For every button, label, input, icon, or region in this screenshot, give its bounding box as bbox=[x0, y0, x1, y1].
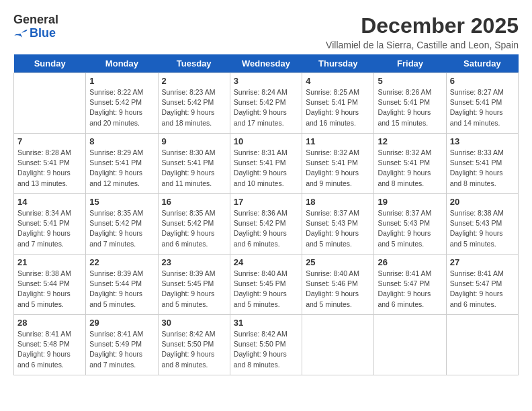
calendar-cell: 6Sunrise: 8:27 AM Sunset: 5:41 PM Daylig… bbox=[446, 73, 518, 134]
date-number: 10 bbox=[234, 136, 298, 146]
date-number: 13 bbox=[450, 136, 515, 146]
cell-info: Sunrise: 8:37 AM Sunset: 5:43 PM Dayligh… bbox=[378, 208, 442, 249]
page-header: General Blue December 2025 Villamiel de … bbox=[13, 13, 519, 50]
calendar-cell: 7Sunrise: 8:28 AM Sunset: 5:41 PM Daylig… bbox=[14, 134, 86, 194]
calendar-cell: 28Sunrise: 8:41 AM Sunset: 5:48 PM Dayli… bbox=[14, 315, 86, 375]
cell-info: Sunrise: 8:39 AM Sunset: 5:44 PM Dayligh… bbox=[89, 269, 154, 310]
cell-info: Sunrise: 8:41 AM Sunset: 5:49 PM Dayligh… bbox=[89, 329, 154, 370]
calendar-cell: 8Sunrise: 8:29 AM Sunset: 5:41 PM Daylig… bbox=[86, 134, 158, 194]
cell-info: Sunrise: 8:40 AM Sunset: 5:45 PM Dayligh… bbox=[234, 269, 298, 310]
cell-info: Sunrise: 8:32 AM Sunset: 5:41 PM Dayligh… bbox=[378, 148, 442, 189]
date-number: 12 bbox=[378, 136, 442, 146]
date-number: 30 bbox=[162, 318, 226, 328]
calendar-cell: 4Sunrise: 8:25 AM Sunset: 5:41 PM Daylig… bbox=[302, 73, 374, 134]
calendar-table: SundayMondayTuesdayWednesdayThursdayFrid… bbox=[13, 54, 519, 375]
calendar-cell: 24Sunrise: 8:40 AM Sunset: 5:45 PM Dayli… bbox=[230, 255, 302, 315]
calendar-cell: 10Sunrise: 8:31 AM Sunset: 5:41 PM Dayli… bbox=[230, 134, 302, 194]
week-row-3: 14Sunrise: 8:34 AM Sunset: 5:41 PM Dayli… bbox=[14, 194, 519, 255]
date-number: 14 bbox=[17, 197, 82, 207]
cell-info: Sunrise: 8:29 AM Sunset: 5:41 PM Dayligh… bbox=[89, 148, 154, 189]
date-number: 6 bbox=[450, 76, 515, 86]
date-number: 1 bbox=[89, 76, 154, 86]
cell-info: Sunrise: 8:42 AM Sunset: 5:50 PM Dayligh… bbox=[234, 329, 298, 370]
calendar-cell: 12Sunrise: 8:32 AM Sunset: 5:41 PM Dayli… bbox=[374, 134, 446, 194]
day-header-monday: Monday bbox=[86, 54, 158, 73]
date-number: 26 bbox=[378, 257, 442, 267]
calendar-cell: 26Sunrise: 8:41 AM Sunset: 5:47 PM Dayli… bbox=[374, 255, 446, 315]
calendar-cell bbox=[14, 73, 86, 134]
cell-info: Sunrise: 8:33 AM Sunset: 5:41 PM Dayligh… bbox=[450, 148, 515, 189]
date-number: 15 bbox=[89, 197, 154, 207]
calendar-cell: 11Sunrise: 8:32 AM Sunset: 5:41 PM Dayli… bbox=[302, 134, 374, 194]
date-number: 7 bbox=[17, 136, 82, 146]
cell-info: Sunrise: 8:40 AM Sunset: 5:46 PM Dayligh… bbox=[306, 269, 370, 310]
calendar-cell: 18Sunrise: 8:37 AM Sunset: 5:43 PM Dayli… bbox=[302, 194, 374, 255]
date-number: 21 bbox=[17, 257, 82, 267]
calendar-cell: 15Sunrise: 8:35 AM Sunset: 5:42 PM Dayli… bbox=[86, 194, 158, 255]
date-number: 22 bbox=[89, 257, 154, 267]
cell-info: Sunrise: 8:36 AM Sunset: 5:42 PM Dayligh… bbox=[234, 208, 298, 249]
calendar-cell: 17Sunrise: 8:36 AM Sunset: 5:42 PM Dayli… bbox=[230, 194, 302, 255]
date-number: 20 bbox=[450, 197, 515, 207]
date-number: 8 bbox=[89, 136, 154, 146]
date-number: 31 bbox=[234, 318, 298, 328]
calendar-cell: 20Sunrise: 8:38 AM Sunset: 5:43 PM Dayli… bbox=[446, 194, 518, 255]
week-row-5: 28Sunrise: 8:41 AM Sunset: 5:48 PM Dayli… bbox=[14, 315, 519, 375]
date-number: 4 bbox=[306, 76, 370, 86]
cell-info: Sunrise: 8:27 AM Sunset: 5:41 PM Dayligh… bbox=[450, 87, 515, 128]
cell-info: Sunrise: 8:35 AM Sunset: 5:42 PM Dayligh… bbox=[162, 208, 226, 249]
cell-info: Sunrise: 8:24 AM Sunset: 5:42 PM Dayligh… bbox=[234, 87, 298, 128]
calendar-cell: 30Sunrise: 8:42 AM Sunset: 5:50 PM Dayli… bbox=[158, 315, 230, 375]
week-row-4: 21Sunrise: 8:38 AM Sunset: 5:44 PM Dayli… bbox=[14, 255, 519, 315]
cell-info: Sunrise: 8:35 AM Sunset: 5:42 PM Dayligh… bbox=[89, 208, 154, 249]
cell-info: Sunrise: 8:38 AM Sunset: 5:43 PM Dayligh… bbox=[450, 208, 515, 249]
date-number: 18 bbox=[306, 197, 370, 207]
day-header-friday: Friday bbox=[374, 54, 446, 73]
date-number: 16 bbox=[162, 197, 226, 207]
day-header-tuesday: Tuesday bbox=[158, 54, 230, 73]
calendar-cell bbox=[302, 315, 374, 375]
month-title: December 2025 bbox=[326, 13, 519, 38]
calendar-cell: 27Sunrise: 8:41 AM Sunset: 5:47 PM Dayli… bbox=[446, 255, 518, 315]
date-number: 11 bbox=[306, 136, 370, 146]
calendar-cell: 25Sunrise: 8:40 AM Sunset: 5:46 PM Dayli… bbox=[302, 255, 374, 315]
calendar-cell: 14Sunrise: 8:34 AM Sunset: 5:41 PM Dayli… bbox=[14, 194, 86, 255]
logo-blue: Blue bbox=[13, 27, 58, 40]
date-number: 2 bbox=[162, 76, 226, 86]
cell-info: Sunrise: 8:39 AM Sunset: 5:45 PM Dayligh… bbox=[162, 269, 226, 310]
calendar-cell: 16Sunrise: 8:35 AM Sunset: 5:42 PM Dayli… bbox=[158, 194, 230, 255]
calendar-cell: 2Sunrise: 8:23 AM Sunset: 5:42 PM Daylig… bbox=[158, 73, 230, 134]
cell-info: Sunrise: 8:28 AM Sunset: 5:41 PM Dayligh… bbox=[17, 148, 82, 189]
cell-info: Sunrise: 8:26 AM Sunset: 5:41 PM Dayligh… bbox=[378, 87, 442, 128]
day-header-thursday: Thursday bbox=[302, 54, 374, 73]
week-row-2: 7Sunrise: 8:28 AM Sunset: 5:41 PM Daylig… bbox=[14, 134, 519, 194]
date-number: 17 bbox=[234, 197, 298, 207]
date-number: 27 bbox=[450, 257, 515, 267]
cell-info: Sunrise: 8:32 AM Sunset: 5:41 PM Dayligh… bbox=[306, 148, 370, 189]
cell-info: Sunrise: 8:31 AM Sunset: 5:41 PM Dayligh… bbox=[234, 148, 298, 189]
logo: General Blue bbox=[13, 13, 58, 40]
calendar-cell: 13Sunrise: 8:33 AM Sunset: 5:41 PM Dayli… bbox=[446, 134, 518, 194]
cell-info: Sunrise: 8:42 AM Sunset: 5:50 PM Dayligh… bbox=[162, 329, 226, 370]
date-number: 5 bbox=[378, 76, 442, 86]
day-header-saturday: Saturday bbox=[446, 54, 518, 73]
date-number: 9 bbox=[162, 136, 226, 146]
day-header-row: SundayMondayTuesdayWednesdayThursdayFrid… bbox=[14, 54, 519, 73]
title-section: December 2025 Villamiel de la Sierra, Ca… bbox=[326, 13, 519, 50]
calendar-cell: 31Sunrise: 8:42 AM Sunset: 5:50 PM Dayli… bbox=[230, 315, 302, 375]
cell-info: Sunrise: 8:22 AM Sunset: 5:42 PM Dayligh… bbox=[89, 87, 154, 128]
calendar-cell: 22Sunrise: 8:39 AM Sunset: 5:44 PM Dayli… bbox=[86, 255, 158, 315]
calendar-cell: 5Sunrise: 8:26 AM Sunset: 5:41 PM Daylig… bbox=[374, 73, 446, 134]
week-row-1: 1Sunrise: 8:22 AM Sunset: 5:42 PM Daylig… bbox=[14, 73, 519, 134]
date-number: 25 bbox=[306, 257, 370, 267]
cell-info: Sunrise: 8:41 AM Sunset: 5:47 PM Dayligh… bbox=[450, 269, 515, 310]
date-number: 29 bbox=[89, 318, 154, 328]
logo-bird-icon bbox=[13, 28, 28, 39]
calendar-cell: 21Sunrise: 8:38 AM Sunset: 5:44 PM Dayli… bbox=[14, 255, 86, 315]
date-number: 19 bbox=[378, 197, 442, 207]
date-number: 23 bbox=[162, 257, 226, 267]
location-subtitle: Villamiel de la Sierra, Castille and Leo… bbox=[326, 40, 519, 50]
date-number: 28 bbox=[17, 318, 82, 328]
calendar-cell: 9Sunrise: 8:30 AM Sunset: 5:41 PM Daylig… bbox=[158, 134, 230, 194]
cell-info: Sunrise: 8:23 AM Sunset: 5:42 PM Dayligh… bbox=[162, 87, 226, 128]
